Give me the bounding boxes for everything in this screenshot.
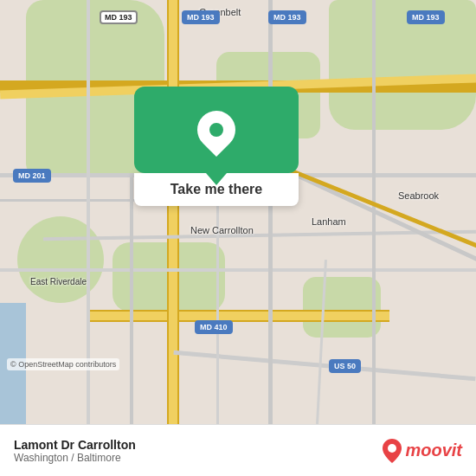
location-pin-icon xyxy=(190,103,243,157)
moovit-pin-icon xyxy=(383,439,402,463)
pin-dot xyxy=(209,123,223,137)
map-pin-area xyxy=(134,87,299,173)
location-info: Lamont Dr Carrollton Washington / Baltim… xyxy=(14,438,136,464)
moovit-text: moovit xyxy=(405,441,462,460)
location-subtitle: Washington / Baltimore xyxy=(14,452,136,464)
route-badge-md201: MD 201 xyxy=(13,169,51,183)
moovit-logo: moovit xyxy=(383,439,462,463)
svg-point-0 xyxy=(388,444,396,453)
route-badge-md193-1: MD 193 xyxy=(100,10,138,24)
map-container: MD 193 MD 193 MD 193 MD 193 MD 201 MD 41… xyxy=(0,0,476,424)
location-title: Lamont Dr Carrollton xyxy=(14,438,136,452)
route-badge-md193-4: MD 193 xyxy=(407,10,445,24)
route-badge-us50: US 50 xyxy=(329,359,361,373)
bottom-bar: Lamont Dr Carrollton Washington / Baltim… xyxy=(0,424,476,476)
map-card[interactable]: Take me there xyxy=(134,87,299,206)
osm-credit: © OpenStreetMap contributors xyxy=(7,358,119,370)
route-badge-md193-3: MD 193 xyxy=(268,10,306,24)
route-badge-md193-2: MD 193 xyxy=(182,10,220,24)
route-badge-md410: MD 410 xyxy=(195,320,233,334)
